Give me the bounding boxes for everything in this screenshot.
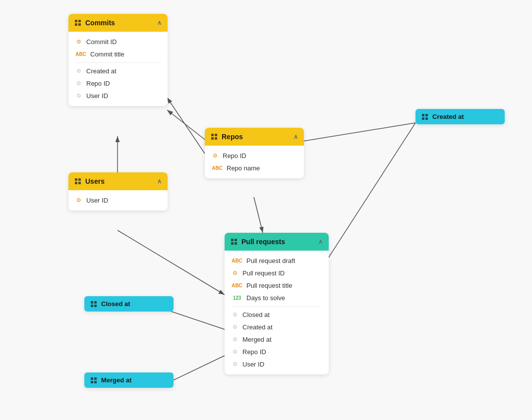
table-row: ⚙ Merged at bbox=[225, 333, 329, 346]
users-body: ⚙ User ID bbox=[68, 190, 168, 210]
table-icon bbox=[90, 301, 97, 308]
type-abc: ABC bbox=[212, 165, 223, 171]
diagram-canvas: Commits ∧ ⚙ Commit ID ABC Commit title ⚙… bbox=[0, 0, 532, 420]
svg-rect-37 bbox=[94, 381, 97, 383]
table-row: ABC Repo name bbox=[205, 162, 304, 174]
table-row: ⚙ Pull request ID bbox=[225, 267, 329, 279]
field-closed-at: Closed at bbox=[242, 311, 270, 318]
field-repo-name: Repo name bbox=[227, 164, 260, 172]
svg-rect-25 bbox=[235, 242, 237, 245]
field-repo-id: Repo ID bbox=[223, 152, 246, 159]
field-created-at: Created at bbox=[86, 67, 117, 75]
table-row: ABC Pull request title bbox=[225, 279, 329, 292]
table-row: 123 Days to solve bbox=[225, 292, 329, 304]
repos-title: Repos bbox=[222, 133, 243, 141]
type-abc: ABC bbox=[232, 283, 242, 288]
svg-line-3 bbox=[254, 197, 263, 233]
field-commit-id: Commit ID bbox=[86, 38, 117, 46]
table-row: ⚙ Commit ID bbox=[68, 36, 168, 48]
table-row: ⚙ User ID bbox=[225, 358, 329, 370]
field-user-id: User ID bbox=[86, 92, 108, 100]
svg-rect-12 bbox=[75, 23, 77, 26]
commits-title: Commits bbox=[85, 19, 115, 27]
field-merged-at: Merged at bbox=[242, 336, 272, 343]
svg-rect-27 bbox=[425, 114, 428, 116]
field-user-id: User ID bbox=[242, 361, 264, 368]
svg-rect-16 bbox=[75, 182, 77, 184]
svg-rect-19 bbox=[215, 134, 217, 136]
svg-rect-14 bbox=[75, 178, 77, 181]
table-icon bbox=[211, 133, 218, 140]
table-row: ⚙ Repo ID bbox=[68, 77, 168, 90]
merged-at-table: Merged at bbox=[84, 372, 174, 388]
svg-rect-31 bbox=[94, 301, 97, 304]
field-repo-id: Repo ID bbox=[242, 348, 266, 356]
commits-chevron[interactable]: ∧ bbox=[157, 19, 162, 26]
divider bbox=[232, 306, 322, 307]
field-days-to-solve: Days to solve bbox=[246, 294, 285, 302]
users-header: Users ∧ bbox=[68, 172, 168, 190]
commits-body: ⚙ Commit ID ABC Commit title ⚙ Created a… bbox=[68, 32, 168, 106]
svg-rect-22 bbox=[231, 239, 234, 241]
svg-rect-26 bbox=[422, 114, 424, 116]
table-icon bbox=[231, 238, 237, 245]
type-abc: ABC bbox=[75, 52, 86, 57]
pull-requests-header: Pull requests ∧ bbox=[225, 233, 329, 251]
table-row: ⚙ User ID bbox=[68, 194, 168, 207]
table-row: ABC Commit title bbox=[68, 48, 168, 60]
table-row: ⚙ Created at bbox=[68, 65, 168, 77]
commits-header: Commits ∧ bbox=[68, 14, 168, 32]
type-abc: ABC bbox=[232, 258, 242, 263]
svg-rect-30 bbox=[91, 301, 93, 304]
field-pr-title: Pull request title bbox=[246, 282, 293, 289]
repos-header: Repos ∧ bbox=[205, 128, 304, 146]
svg-rect-33 bbox=[94, 305, 97, 307]
users-table: Users ∧ ⚙ User ID bbox=[68, 172, 168, 210]
repos-table: Repos ∧ ⚙ Repo ID ABC Repo name bbox=[205, 128, 304, 178]
svg-rect-15 bbox=[78, 178, 81, 181]
users-chevron[interactable]: ∧ bbox=[157, 178, 162, 185]
table-row: ⚙ Repo ID bbox=[205, 150, 304, 162]
svg-line-1 bbox=[167, 98, 205, 154]
field-user-id: User ID bbox=[86, 197, 108, 204]
field-created-at: Created at bbox=[242, 323, 273, 331]
repos-chevron[interactable]: ∧ bbox=[294, 133, 298, 140]
svg-rect-36 bbox=[91, 381, 93, 383]
closed-at-title: Closed at bbox=[101, 300, 130, 308]
pull-requests-table: Pull requests ∧ ABC Pull request draft ⚙… bbox=[225, 233, 329, 374]
svg-rect-20 bbox=[211, 137, 214, 140]
svg-rect-18 bbox=[211, 134, 214, 136]
svg-rect-35 bbox=[94, 377, 97, 380]
table-icon bbox=[74, 19, 81, 26]
svg-rect-24 bbox=[231, 242, 234, 245]
field-repo-id: Repo ID bbox=[86, 80, 110, 87]
svg-line-7 bbox=[324, 123, 415, 265]
created-at-header: Created at bbox=[415, 109, 505, 124]
table-icon bbox=[421, 113, 428, 120]
pull-requests-title: Pull requests bbox=[241, 238, 285, 246]
table-row: ⚙ User ID bbox=[68, 90, 168, 102]
field-pr-draft: Pull request draft bbox=[246, 257, 295, 264]
commits-table: Commits ∧ ⚙ Commit ID ABC Commit title ⚙… bbox=[68, 14, 168, 106]
field-commit-title: Commit title bbox=[90, 51, 124, 58]
svg-rect-28 bbox=[422, 117, 424, 120]
created-at-table: Created at bbox=[415, 109, 505, 124]
field-pr-id: Pull request ID bbox=[242, 269, 285, 277]
svg-rect-23 bbox=[235, 239, 237, 241]
table-row: ⚙ Repo ID bbox=[225, 346, 329, 358]
table-row: ABC Pull request draft bbox=[225, 255, 329, 267]
pull-requests-body: ABC Pull request draft ⚙ Pull request ID… bbox=[225, 251, 329, 374]
pull-requests-chevron[interactable]: ∧ bbox=[318, 238, 323, 245]
svg-rect-13 bbox=[78, 23, 81, 26]
svg-line-5 bbox=[163, 309, 225, 329]
svg-rect-21 bbox=[215, 137, 217, 140]
svg-rect-10 bbox=[75, 20, 77, 22]
svg-rect-34 bbox=[91, 377, 93, 380]
svg-line-8 bbox=[303, 123, 415, 141]
svg-rect-32 bbox=[91, 305, 93, 307]
divider bbox=[75, 62, 161, 63]
type-123: 123 bbox=[232, 295, 242, 301]
svg-rect-11 bbox=[78, 20, 81, 22]
table-row: ⚙ Closed at bbox=[225, 309, 329, 321]
closed-at-header: Closed at bbox=[84, 296, 174, 312]
